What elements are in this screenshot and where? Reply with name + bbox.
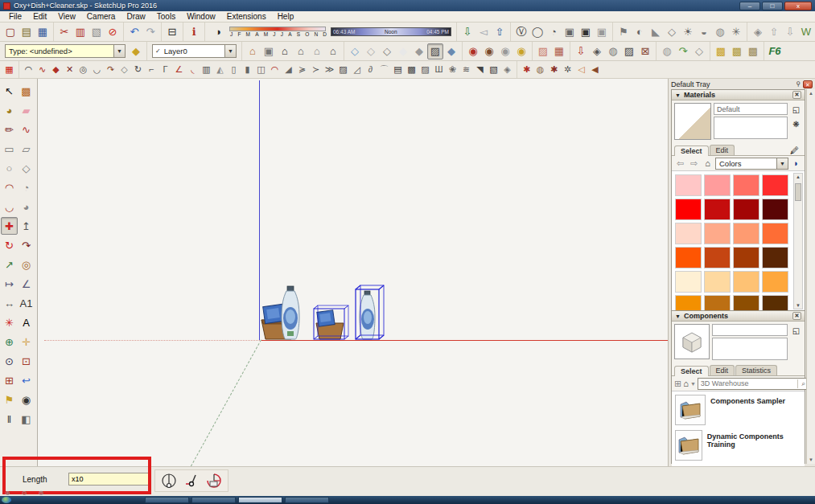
texture-tweaker-icon[interactable]: ▨ (535, 43, 551, 59)
tool-select[interactable]: ↖ (1, 82, 18, 100)
material-description-field[interactable] (714, 117, 788, 139)
upload-component-icon[interactable]: ⇧ (492, 24, 508, 40)
sphere-light-icon[interactable]: ◍ (712, 24, 728, 40)
style-hidden-line-icon[interactable]: ◆ (395, 43, 411, 59)
tool-zoom[interactable]: ⊙ (1, 352, 18, 370)
hide-helpers-icon[interactable]: ◈ (750, 24, 766, 40)
tool-pan[interactable]: ✛ (18, 333, 35, 350)
bevel-corner-icon[interactable]: ≫ (323, 63, 336, 76)
scroll-up-icon[interactable]: ▲ (794, 174, 802, 179)
model-info-icon[interactable]: ℹ (186, 24, 202, 40)
stage-light-icon[interactable]: ◁ (574, 63, 588, 76)
vray-render-icon[interactable]: ◯ (529, 24, 545, 40)
measurement-input[interactable] (68, 473, 149, 486)
view-iso-icon[interactable]: ⌂ (245, 43, 261, 59)
taskbar-app-button[interactable] (145, 497, 189, 503)
shape-crown-icon[interactable]: ◎ (76, 63, 90, 76)
style-shaded-textures-icon[interactable]: ▨ (427, 43, 443, 59)
color-swatch[interactable] (675, 295, 702, 312)
taskbar-app-button[interactable] (285, 497, 329, 503)
scroll-thumb[interactable] (795, 183, 801, 201)
sandbox-smoove-icon[interactable]: ↷ (675, 43, 691, 59)
make-grass-icon[interactable]: W (798, 24, 814, 40)
tool-previous-view[interactable]: ↩ (18, 371, 35, 389)
point-mark-icon[interactable]: ◆ (49, 63, 63, 76)
polyline-divider-icon[interactable]: ∿ (35, 63, 49, 76)
solid-outer-shell-icon[interactable]: ⇩ (573, 43, 589, 59)
fredo6-tools-icon[interactable]: F6 (767, 43, 783, 59)
texture-cube-icon[interactable]: ▩ (745, 43, 761, 59)
menu-item[interactable]: Window (181, 11, 221, 22)
component-down-icon[interactable]: ⇩ (782, 24, 798, 40)
home-icon[interactable]: ⌂ (702, 158, 714, 168)
style-shaded-icon[interactable]: ◆ (411, 43, 427, 59)
curviloft-loft-icon[interactable]: ◠ (268, 63, 282, 76)
home-icon[interactable]: ⌂ (683, 379, 689, 388)
scroll-down-icon[interactable]: ▼ (807, 457, 815, 462)
component-preview[interactable] (674, 324, 710, 359)
color-swatch[interactable] (762, 247, 788, 268)
tool-walk[interactable]: ‖ (1, 410, 18, 428)
classifier-type-combo[interactable]: Type: <undefined> ▼ (5, 44, 126, 58)
color-swatch[interactable] (675, 247, 702, 268)
mesh-light-icon[interactable]: ✳ (728, 24, 744, 40)
color-swatch[interactable] (675, 174, 702, 196)
ies-light-icon[interactable]: ◇ (664, 24, 680, 40)
swatch-scrollbar[interactable]: ▲ ▼ (793, 173, 803, 309)
tool-polygon[interactable]: ◇ (18, 159, 35, 177)
create-material-icon[interactable]: ❋ (790, 118, 802, 130)
tool-protractor[interactable]: ∠ (18, 275, 35, 293)
tool-dimension[interactable]: ↔ (1, 294, 18, 312)
tool-orbit[interactable]: ⊕ (1, 333, 18, 350)
sandbox-stamp-icon[interactable]: ◇ (691, 43, 707, 59)
color-swatch[interactable] (733, 223, 759, 244)
joint-push-pull-icon[interactable]: ▯ (227, 63, 241, 76)
toggle-terrain-icon[interactable]: ◉ (481, 43, 497, 59)
shadow-time-slider[interactable]: 06:43 AM Noon 04:45 PM (331, 27, 451, 36)
grid-tool-icon[interactable]: ▩ (405, 63, 418, 76)
new-icon[interactable]: ▢ (2, 24, 19, 40)
sample-paint-icon[interactable]: 🖉 (790, 145, 802, 155)
zigzag-tool-icon[interactable]: ▨ (418, 63, 432, 76)
animator-icon[interactable]: ✱ (520, 63, 533, 76)
curviloft-skin-icon[interactable]: ◢ (282, 63, 295, 76)
tool-position-camera[interactable]: ⚑ (1, 391, 18, 408)
color-swatch[interactable] (733, 271, 759, 293)
chevron-down-icon[interactable]: ▼ (776, 158, 788, 169)
taskbar-app-button[interactable] (238, 497, 282, 503)
curve-offset-icon[interactable]: ◟ (186, 63, 200, 76)
vray-interactive-icon[interactable]: ◔ (545, 24, 562, 40)
shadows-toggle-icon[interactable]: ◑ (210, 24, 226, 40)
tool-3pt-arc[interactable]: ◡ (1, 198, 18, 215)
bezier-curve-icon[interactable]: ◠ (22, 63, 35, 76)
color-swatch[interactable] (704, 271, 731, 293)
solid-subtract-icon[interactable]: ▨ (621, 43, 637, 59)
vray-options-icon[interactable]: Ⓥ (513, 24, 529, 40)
tool-follow-me[interactable]: ↷ (18, 236, 35, 254)
scroll-up-icon[interactable]: ▲ (807, 91, 815, 96)
solar-north-toolbar-icon[interactable] (205, 472, 223, 490)
tab-edit[interactable]: Edit (710, 365, 735, 375)
color-swatch[interactable] (704, 199, 731, 220)
tool-3d-text[interactable]: A (18, 313, 35, 331)
back-arrow-icon[interactable]: ⇦ (674, 158, 686, 169)
color-swatch[interactable] (762, 271, 788, 293)
leaf-pattern-icon[interactable]: ❀ (446, 63, 459, 76)
extrude-edges-icon[interactable]: ▥ (200, 63, 213, 76)
tool-move[interactable]: ✚ (1, 217, 18, 235)
menu-item[interactable]: Edit (27, 11, 52, 22)
tool-zoom-window[interactable]: ⊡ (18, 352, 35, 370)
sandbox-from-contours-icon[interactable]: ◍ (659, 43, 675, 59)
tool-text[interactable]: A1 (18, 294, 35, 312)
set-north-tool-icon[interactable] (183, 472, 200, 490)
style-back-edges-icon[interactable]: ◇ (363, 43, 379, 59)
taskbar-app-button[interactable] (191, 497, 236, 503)
color-swatch[interactable] (675, 223, 702, 244)
tool-rotated-rectangle[interactable]: ▱ (18, 140, 35, 158)
tool-section-plane[interactable]: ◧ (18, 410, 35, 428)
dome-light-icon[interactable]: ◒ (696, 24, 712, 40)
shape-wave-icon[interactable]: ◡ (90, 63, 104, 76)
title-bar[interactable]: Oxy+Dish+Cleaner.skp - SketchUp Pro 2016… (0, 0, 815, 11)
materials-header[interactable]: ▼ Materials ✕ (672, 90, 805, 100)
chevron-down-icon[interactable]: ▼ (690, 381, 696, 387)
